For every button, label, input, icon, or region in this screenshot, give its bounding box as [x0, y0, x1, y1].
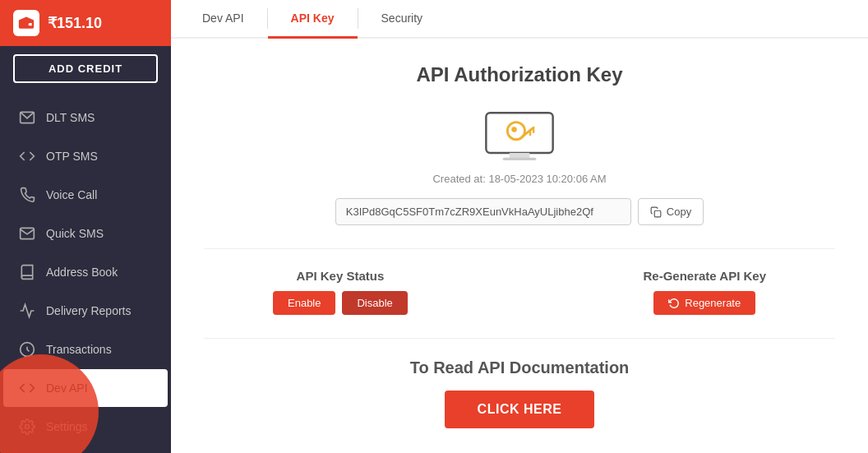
created-at-text: Created at: 18-05-2023 10:20:06 AM [432, 173, 606, 185]
disable-button[interactable]: Disable [342, 291, 407, 315]
status-section: API Key Status Enable Disable Re-Generat… [273, 269, 766, 315]
sidebar-label-dlt-sms: DLT SMS [46, 111, 95, 124]
tab-dev-api[interactable]: Dev API [179, 0, 267, 39]
api-key-status-group: API Key Status Enable Disable [273, 269, 408, 315]
svg-rect-11 [654, 210, 661, 217]
regenerate-group: Re-Generate API Key Regenerate [643, 269, 766, 315]
click-here-button[interactable]: CLICK HERE [445, 391, 595, 428]
sidebar-item-voice-call[interactable]: Voice Call [3, 176, 168, 214]
regenerate-label: Re-Generate API Key [643, 269, 766, 283]
tab-api-key[interactable]: API Key [268, 0, 358, 39]
sidebar-label-voice-call: Voice Call [46, 188, 97, 201]
api-key-row: Copy [273, 198, 766, 225]
svg-rect-3 [486, 113, 552, 153]
sidebar-label-otp-sms: OTP SMS [46, 150, 98, 163]
sidebar-header: ₹151.10 [0, 0, 171, 46]
add-credit-button[interactable]: ADD CREDIT [13, 54, 158, 83]
book-icon [18, 263, 36, 281]
report-icon [18, 302, 36, 320]
section-divider-2 [204, 338, 835, 339]
copy-icon [650, 206, 662, 218]
sidebar-item-delivery-reports[interactable]: Delivery Reports [3, 292, 168, 330]
sidebar-label-delivery-reports: Delivery Reports [46, 304, 131, 317]
regenerate-button[interactable]: Regenerate [653, 291, 755, 315]
svg-point-10 [511, 127, 517, 132]
content-area: API Authorization Key Created at: 18-05-… [171, 39, 868, 453]
copy-button[interactable]: Copy [638, 198, 704, 225]
sidebar-item-address-book[interactable]: Address Book [3, 253, 168, 291]
status-buttons: Enable Disable [273, 291, 408, 315]
sidebar-label-address-book: Address Book [46, 266, 118, 279]
section-divider-1 [204, 248, 835, 249]
sidebar-item-otp-sms[interactable]: OTP SMS [3, 137, 168, 175]
sidebar: ₹151.10 ADD CREDIT DLT SMS OTP SMS [0, 0, 171, 453]
mail-icon [18, 224, 36, 243]
api-title: API Authorization Key [416, 63, 622, 86]
docs-title: To Read API Documentation [410, 358, 630, 377]
svg-rect-5 [503, 158, 537, 160]
code-icon [18, 147, 36, 165]
sidebar-item-dlt-sms[interactable]: DLT SMS [3, 99, 168, 136]
wallet-icon [13, 10, 39, 36]
main-content: Dev API API Key Security API Authorizati… [171, 0, 868, 453]
phone-icon [18, 186, 36, 204]
sidebar-label-transactions: Transactions [46, 343, 112, 356]
balance-display: ₹151.10 [48, 14, 102, 32]
envelope-icon [18, 109, 36, 127]
tab-security[interactable]: Security [358, 0, 446, 39]
sidebar-label-quick-sms: Quick SMS [46, 227, 104, 240]
regenerate-icon [668, 298, 680, 309]
status-label: API Key Status [297, 269, 385, 283]
tabs-bar: Dev API API Key Security [171, 0, 868, 39]
api-key-input[interactable] [335, 198, 631, 225]
key-illustration [478, 103, 561, 163]
docs-section: To Read API Documentation CLICK HERE [204, 358, 835, 428]
sidebar-item-quick-sms[interactable]: Quick SMS [3, 215, 168, 252]
enable-button[interactable]: Enable [273, 291, 335, 315]
svg-rect-4 [510, 153, 529, 159]
